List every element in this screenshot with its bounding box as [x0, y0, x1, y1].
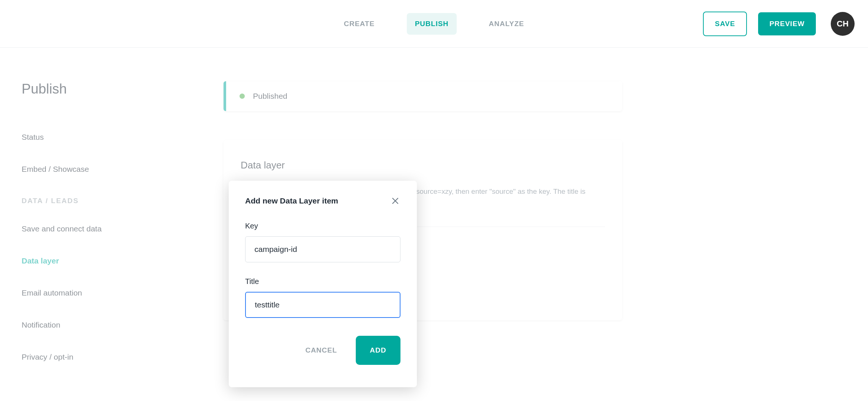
status-card: Published — [224, 81, 622, 111]
key-label: Key — [245, 222, 400, 230]
cancel-button[interactable]: CANCEL — [302, 339, 341, 362]
sidebar-item-notification[interactable]: Notification — [22, 321, 209, 329]
sidebar-item-status[interactable]: Status — [22, 133, 209, 142]
avatar[interactable]: CH — [831, 12, 855, 36]
add-button[interactable]: ADD — [356, 336, 400, 365]
key-input[interactable] — [245, 236, 400, 262]
sidebar-item-email-automation[interactable]: Email automation — [22, 288, 209, 297]
add-data-layer-item-modal: Add new Data Layer item Key Title CANCEL… — [229, 181, 417, 387]
sidebar-item-data-layer[interactable]: Data layer — [22, 256, 209, 265]
tab-create[interactable]: CREATE — [336, 13, 383, 35]
sidebar-item-privacy[interactable]: Privacy / opt-in — [22, 353, 209, 361]
modal-title: Add new Data Layer item — [245, 196, 338, 205]
page-title: Publish — [22, 81, 209, 97]
status-dot-icon — [240, 94, 245, 99]
header-actions: SAVE PREVIEW CH — [703, 12, 855, 36]
preview-button[interactable]: PREVIEW — [758, 12, 816, 35]
key-field-group: Key — [245, 222, 400, 262]
save-button[interactable]: SAVE — [703, 12, 747, 36]
app-header: CREATE PUBLISH ANALYZE SAVE PREVIEW CH — [0, 0, 868, 48]
sidebar-item-embed[interactable]: Embed / Showcase — [22, 165, 209, 174]
sidebar-item-save-connect[interactable]: Save and connect data — [22, 224, 209, 233]
title-field-group: Title — [245, 277, 400, 318]
title-input[interactable] — [245, 292, 400, 318]
modal-actions: CANCEL ADD — [245, 336, 400, 365]
modal-header: Add new Data Layer item — [245, 196, 400, 206]
sidebar-section-data-leads: DATA / LEADS — [22, 197, 209, 205]
sidebar: Publish Status Embed / Showcase DATA / L… — [0, 81, 224, 385]
content: Publish Status Embed / Showcase DATA / L… — [0, 48, 868, 385]
status-text: Published — [253, 92, 287, 101]
tab-publish[interactable]: PUBLISH — [407, 13, 457, 35]
header-tabs: CREATE PUBLISH ANALYZE — [336, 13, 532, 35]
panel-title: Data layer — [241, 160, 605, 171]
tab-analyze[interactable]: ANALYZE — [481, 13, 532, 35]
close-icon[interactable] — [390, 196, 400, 206]
title-label: Title — [245, 277, 400, 286]
